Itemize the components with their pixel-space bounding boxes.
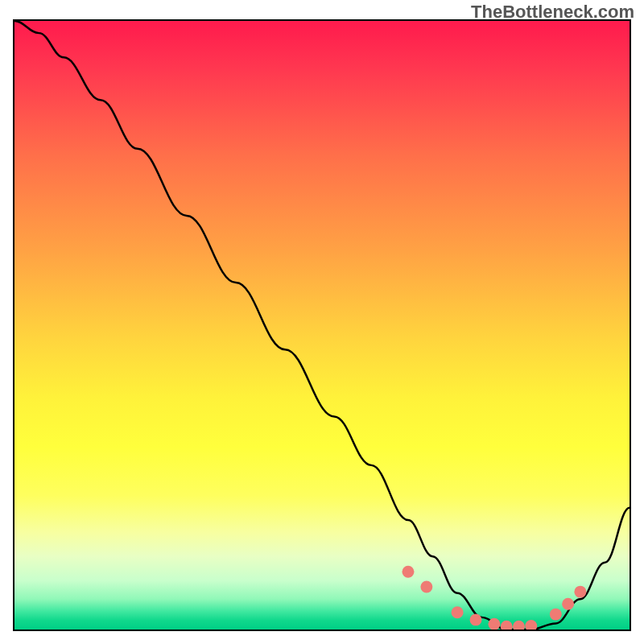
marker-dot <box>562 598 574 610</box>
marker-dot <box>574 586 586 598</box>
marker-dot <box>550 609 562 621</box>
marker-dot <box>420 581 432 593</box>
curve-markers <box>402 566 586 630</box>
watermark-text: TheBottleneck.com <box>471 2 634 23</box>
chart-area <box>13 19 631 631</box>
marker-dot <box>513 621 525 630</box>
marker-dot <box>488 618 500 630</box>
marker-dot <box>402 566 414 578</box>
chart-svg <box>14 21 630 630</box>
marker-dot <box>501 621 513 630</box>
marker-dot <box>525 620 537 630</box>
marker-dot <box>470 613 482 625</box>
curve-line <box>14 21 630 630</box>
marker-dot <box>452 606 464 618</box>
